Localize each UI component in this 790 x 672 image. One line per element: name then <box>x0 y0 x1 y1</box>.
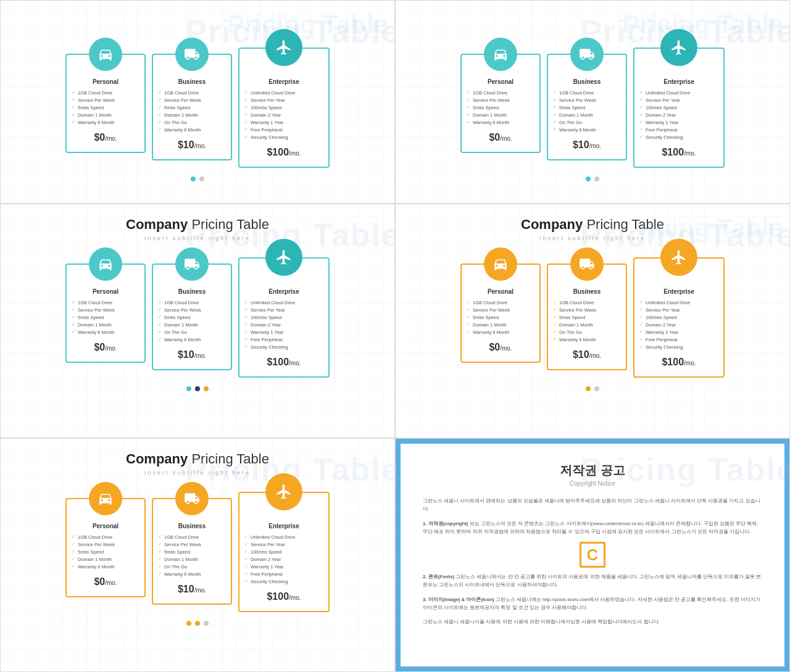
dot-1[interactable] <box>191 176 196 181</box>
dot-r2[interactable] <box>594 176 599 181</box>
business-label: Business <box>153 78 231 85</box>
personal-label: Personal <box>67 78 144 85</box>
mr-business-card: Business 1GB Cloud Drive Service Per Wee… <box>547 263 627 370</box>
ml-personal-icon <box>89 247 122 281</box>
business-card-r: Business 1GB Cloud Drive Service Per Wee… <box>547 54 627 160</box>
dot-bl2[interactable] <box>195 621 200 626</box>
ml-business-card: Business 1GB Cloud Drive Service Per Wee… <box>152 263 232 370</box>
mid-right-subtitle: Insert subtitle right here <box>408 235 777 241</box>
mr-personal-card: Personal 1GB Cloud Drive Service Per Wee… <box>460 263 541 363</box>
dot-2[interactable] <box>199 176 204 181</box>
enterprise-features: Unlimited Cloud Drive Service Per Year 1… <box>239 89 328 141</box>
ml-enterprise-card: Enterprise Unlimited Cloud Drive Service… <box>238 257 330 378</box>
dot-mr1[interactable] <box>586 386 591 391</box>
enterprise-price: $100/mo. <box>239 147 328 158</box>
dot-ml3[interactable] <box>204 386 209 391</box>
business-icon <box>175 38 209 71</box>
dot-r1[interactable] <box>586 176 591 181</box>
bl-business-card: Business 1GB Cloud Drive Service Per Wee… <box>152 498 232 605</box>
bot-left-subtitle: Insert subtitle right here <box>13 470 382 476</box>
enterprise-icon <box>265 29 302 66</box>
mid-right-title: Company Pricing Table <box>408 217 777 233</box>
business-price: $10/mo. <box>153 139 231 151</box>
bl-business-icon <box>175 482 209 515</box>
business-label-r: Business <box>548 78 626 85</box>
copyright-logo: C <box>580 542 605 568</box>
dot-ml2[interactable] <box>195 386 200 391</box>
copyright-title: 저작권 공고 <box>560 462 625 479</box>
bl-enterprise-icon <box>265 473 302 510</box>
dot-ml1[interactable] <box>186 386 191 391</box>
personal-label-r: Personal <box>462 78 539 85</box>
personal-icon <box>89 38 122 71</box>
dot-bl1[interactable] <box>186 621 191 626</box>
mr-enterprise-card: Enterprise Unlimited Cloud Drive Service… <box>633 257 725 378</box>
copyright-subtitle: Copyright Notice <box>570 480 615 487</box>
dot-mr2[interactable] <box>594 386 599 391</box>
mr-personal-icon <box>484 247 517 281</box>
ml-business-icon <box>175 247 209 281</box>
ml-enterprise-icon <box>265 239 302 276</box>
enterprise-card-r: Enterprise Unlimited Cloud Drive Service… <box>633 48 725 168</box>
enterprise-label: Enterprise <box>239 78 328 85</box>
mr-business-icon <box>570 247 604 281</box>
mid-left-subtitle: Insert subtitle right here <box>13 235 382 241</box>
dot-bl3[interactable] <box>204 621 209 626</box>
bl-enterprise-card: Enterprise Unlimited Cloud Drive Service… <box>238 492 330 612</box>
enterprise-icon-r <box>660 29 697 66</box>
ml-personal-card: Personal 1GB Cloud Drive Service Per Wee… <box>65 263 146 363</box>
bl-personal-icon <box>89 482 122 515</box>
enterprise-card: Enterprise Unlimited Cloud Drive Service… <box>238 48 330 168</box>
enterprise-label-r: Enterprise <box>634 78 723 85</box>
mr-enterprise-icon <box>660 239 697 276</box>
personal-card-r: Personal 1GB Cloud Drive Service Per Wee… <box>460 54 541 153</box>
business-features: 1GB Cloud Drive Service Per Week 5mbs Sp… <box>153 89 231 133</box>
personal-icon-r <box>484 38 517 71</box>
business-icon-r <box>570 38 604 71</box>
business-card: Business 1GB Cloud Drive Service Per Wee… <box>152 54 232 160</box>
personal-card: Personal 1GB Cloud Drive Service Per Wee… <box>65 54 146 153</box>
personal-price: $0/mo. <box>67 132 144 143</box>
bl-personal-card: Personal 1GB Cloud Drive Service Per Wee… <box>65 498 146 597</box>
bot-left-title: Company Pricing Table <box>13 451 382 467</box>
personal-features: 1GB Cloud Drive Service Per Week 5mbs Sp… <box>67 89 144 126</box>
mid-left-title: Company Pricing Table <box>13 217 382 233</box>
